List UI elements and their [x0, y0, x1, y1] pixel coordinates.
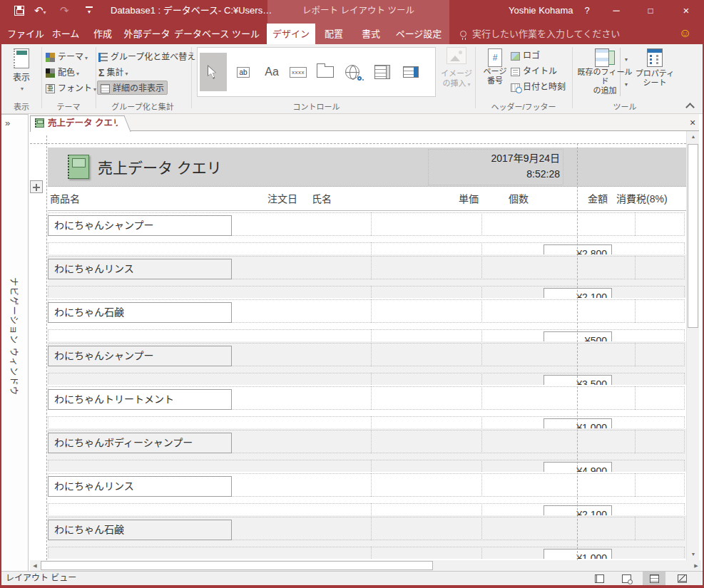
design-view-button[interactable]: [670, 572, 693, 585]
fonts-label: フォント: [58, 83, 92, 93]
account-name[interactable]: Yoshie Kohama: [509, 0, 573, 21]
scroll-down-icon[interactable]: ▼: [687, 549, 700, 560]
logo-button[interactable]: ロゴ: [511, 48, 540, 63]
report-view-icon: [14, 48, 29, 68]
hyperlink-tool[interactable]: [339, 53, 366, 91]
minimize-button[interactable]: ─: [603, 0, 630, 21]
amount-box[interactable]: ¥2,100: [544, 505, 612, 515]
column-header-name[interactable]: 氏名: [312, 191, 332, 205]
scroll-left-icon[interactable]: ◀: [30, 560, 40, 571]
product-name-box[interactable]: わにちゃんリンス: [48, 476, 232, 497]
group-label-header-footer: ヘッダー/フッター: [475, 101, 572, 113]
horizontal-scroll-thumb[interactable]: [41, 561, 433, 570]
textbox-tool[interactable]: ab: [230, 53, 257, 91]
add-existing-fields-button[interactable]: 既存のフィールドの追加: [575, 48, 635, 96]
horizontal-scrollbar[interactable]: ◀ ▶: [30, 560, 701, 571]
expand-nav-pane-icon[interactable]: »: [5, 118, 10, 128]
amount-box[interactable]: ¥4,900: [544, 462, 612, 472]
column-header-tax[interactable]: 消費税(8%): [616, 191, 668, 205]
colors-button[interactable]: 配色▾: [46, 66, 79, 80]
undo-dropdown-icon[interactable]: ▾: [44, 9, 46, 16]
chevron-down-icon: ▾: [76, 71, 79, 77]
ribbon-tab-external-data[interactable]: 外部データ: [120, 24, 174, 44]
print-preview-button[interactable]: [615, 572, 638, 585]
vertical-scroll-thumb[interactable]: [688, 144, 698, 328]
product-name-box[interactable]: わにちゃんシャンプー: [48, 215, 232, 236]
report-layout-canvas[interactable]: 売上データ クエリ 2017年9月24日 8:52:28 商品名 注文日 氏名 …: [30, 131, 686, 560]
fonts-button[interactable]: 亜フォント▾: [46, 81, 96, 96]
themes-button[interactable]: テーマ▾: [46, 50, 88, 64]
ribbon-tab-page-setup[interactable]: ページ設定: [389, 24, 448, 44]
column-header-order-date[interactable]: 注文日: [267, 191, 297, 205]
scroll-right-icon[interactable]: ▶: [691, 560, 701, 571]
column-header-product[interactable]: 商品名: [50, 191, 80, 205]
tab-control-tool[interactable]: [312, 53, 339, 91]
maximize-button[interactable]: □: [637, 0, 664, 21]
ribbon-tab-create[interactable]: 作成: [86, 24, 120, 44]
amount-box[interactable]: ¥1,000: [544, 418, 612, 428]
ribbon-tab-format[interactable]: 書式: [352, 24, 389, 44]
amount-box[interactable]: ¥1,000: [544, 549, 612, 559]
label-tool[interactable]: Aa: [258, 53, 285, 91]
ribbon-tab-file[interactable]: ファイル: [6, 24, 46, 44]
product-name-box[interactable]: わにちゃんトリートメント: [48, 389, 232, 410]
title-button[interactable]: タイトル: [511, 64, 557, 78]
column-header-unit-price[interactable]: 単価: [459, 191, 479, 205]
amount-box[interactable]: ¥2,800: [544, 244, 612, 254]
product-name-box[interactable]: わにちゃんシャンプー: [48, 346, 232, 366]
help-button[interactable]: ?: [576, 0, 598, 21]
listbox-icon: [374, 65, 390, 79]
product-name-box[interactable]: わにちゃん石鹸: [48, 302, 232, 323]
document-tab-bar: [30, 114, 699, 131]
select-tool[interactable]: [200, 53, 227, 91]
product-name-box[interactable]: わにちゃんリンス: [48, 259, 232, 279]
grid-line: [371, 386, 372, 410]
property-sheet-button[interactable]: プロパティシート: [635, 48, 675, 88]
navigation-pane-collapsed[interactable]: » ナビゲーション ウィンドウ: [0, 114, 29, 571]
amount-box[interactable]: ¥500: [544, 331, 612, 341]
save-icon[interactable]: [14, 6, 24, 16]
ribbon-tab-arrange[interactable]: 配置: [315, 24, 352, 44]
vertical-scrollbar[interactable]: ▲ ▼: [686, 131, 699, 560]
report-view-button[interactable]: [588, 572, 611, 585]
group-sort-button[interactable]: グループ化と並べ替え: [98, 50, 195, 64]
ribbon-tab-design-active[interactable]: デザイン: [267, 24, 315, 44]
totals-button[interactable]: Σ集計▾: [98, 66, 128, 80]
date-time-label: 日付と時刻: [523, 82, 566, 92]
column-header-amount[interactable]: 金額: [588, 191, 608, 205]
group-label-themes: テーマ: [43, 101, 94, 113]
product-name-box[interactable]: わにちゃん石鹸: [48, 520, 232, 540]
report-time[interactable]: 8:52:28: [432, 168, 560, 180]
document-tab-sales-query[interactable]: 売上データ クエリ: [30, 115, 121, 132]
grid-line: [371, 212, 372, 236]
report-header-band[interactable]: 売上データ クエリ 2017年9月24日 8:52:28: [48, 148, 686, 187]
column-header-quantity[interactable]: 個数: [509, 191, 529, 205]
collapse-ribbon-icon[interactable]: [685, 103, 695, 112]
property-sheet-icon: [647, 48, 663, 67]
ribbon-tab-home[interactable]: ホーム: [46, 24, 86, 44]
feedback-smiley-icon[interactable]: ☺: [679, 24, 691, 44]
button-tool[interactable]: xxxx: [285, 53, 312, 91]
report-date[interactable]: 2017年9月24日: [432, 150, 560, 165]
qat-customize-button[interactable]: ▾: [86, 6, 93, 16]
view-button[interactable]: 表示 ▾: [6, 48, 37, 93]
layout-view-button-active[interactable]: [643, 572, 665, 585]
product-name-box[interactable]: わにちゃんボディーシャンプー: [48, 433, 232, 453]
date-time-button[interactable]: 日付と時刻: [511, 80, 566, 94]
layout-move-handle[interactable]: [30, 180, 43, 193]
scroll-up-icon[interactable]: ▲: [687, 131, 700, 143]
report-title[interactable]: 売上データ クエリ: [98, 156, 222, 177]
ribbon-tab-db-tools[interactable]: データベース ツール: [174, 24, 260, 44]
listbox-tool[interactable]: [369, 53, 396, 91]
hide-details-button-pressed[interactable]: 詳細の非表示: [97, 81, 168, 95]
grid-line: [635, 256, 636, 279]
table-row: わにちゃんボディーシャンプー ¥4,900: [48, 428, 686, 472]
amount-box[interactable]: ¥2,100: [544, 288, 612, 298]
page-number-button[interactable]: # ページ番号: [479, 48, 511, 86]
close-button[interactable]: ×: [670, 0, 702, 21]
document-close-icon[interactable]: ×: [685, 115, 700, 130]
combobox-tool[interactable]: [397, 53, 424, 91]
undo-button[interactable]: ↶▾: [34, 0, 46, 21]
amount-box[interactable]: ¥3,500: [544, 375, 612, 385]
tell-me-box[interactable]: 実行したい作業を入力してください: [460, 24, 620, 44]
